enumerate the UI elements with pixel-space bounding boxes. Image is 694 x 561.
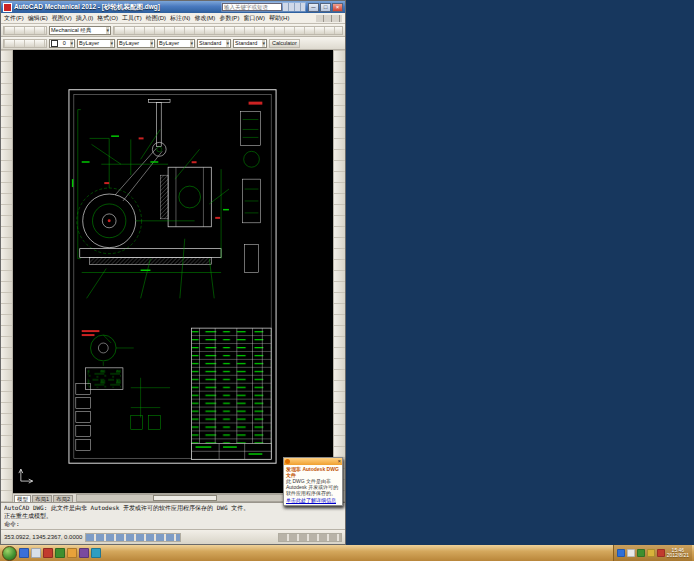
dim-style-select[interactable]: Standard▾ [233,39,267,48]
infocenter-icons[interactable] [283,3,305,11]
chevron-down-icon: ▾ [110,40,113,47]
command-line[interactable]: AutoCAD DWG: 此文件是由非 Autodesk 开发或许可的软件应用程… [1,502,345,529]
status-bar: 353.0922, 1345.2367, 0.0000 [1,529,345,544]
tab-layout2[interactable]: 布局2 [53,495,73,502]
standard-toolbar-icons[interactable] [3,26,47,35]
linetype-value: ByLayer [119,40,139,46]
tray-icon[interactable] [647,549,655,557]
infocenter [221,2,306,12]
search-input[interactable] [222,3,282,11]
status-right-icons[interactable] [278,533,342,542]
tray-icon[interactable] [627,549,635,557]
taskbar-icon[interactable] [31,548,41,558]
tray-icon[interactable] [637,549,645,557]
restore-button[interactable]: □ [320,3,331,12]
dim-style-value: Standard [235,40,257,46]
toolbar-row-2: 0▾ ByLayer▾ ByLayer▾ ByLayer▾ Standard▾ … [1,37,345,50]
workspace-select[interactable]: Mechanical 经典▾ [49,26,111,35]
layer-select[interactable]: 0▾ [49,39,75,48]
menu-format[interactable]: 格式(O) [97,14,118,23]
linetype-select[interactable]: ByLayer▾ [117,39,155,48]
taskbar-icon[interactable] [79,548,89,558]
layer-value: 0 [63,40,66,46]
dwg-notification-balloon[interactable]: × 发现非 Autodesk DWG 文件 此 DWG 文件是由非 Autode… [283,457,343,506]
taskbar-icon[interactable] [43,548,53,558]
standard-toolbar-icons-2[interactable] [113,26,343,35]
workspace-value: Mechanical 经典 [51,27,91,34]
chevron-down-icon: ▾ [262,40,265,47]
taskbar-icon[interactable] [67,548,77,558]
window-buttons: ─ □ × [308,3,343,12]
menu-insert[interactable]: 插入(I) [76,14,94,23]
layer-toolbar-icons[interactable] [3,39,47,48]
warning-icon [285,459,290,464]
status-toggle-icons[interactable] [85,533,181,542]
clock[interactable]: 15:46 2012/8/21 [667,548,689,559]
cad-drawing-assembly [13,50,333,493]
minimize-button[interactable]: ─ [308,3,319,12]
scrollbar-thumb[interactable] [153,495,216,501]
modify-toolbar-vertical[interactable] [333,50,345,502]
autocad-app-icon [3,3,12,12]
balloon-link[interactable]: 单击此处了解详细信息 [284,496,342,505]
chevron-down-icon: ▾ [190,40,193,47]
calculator-button[interactable]: Calculator [269,39,300,48]
balloon-close-icon[interactable]: × [337,459,341,464]
system-tray: 15:46 2012/8/21 [613,545,692,561]
menu-draw[interactable]: 绘图(D) [146,14,166,23]
title-bar[interactable]: AutoCAD Mechanical 2012 - [砂轮机装配图.dwg] ─… [1,1,345,13]
drawing-canvas[interactable]: 模型 布局1 布局2 [13,50,333,502]
text-style-select[interactable]: Standard▾ [197,39,231,48]
windows-taskbar: 15:46 2012/8/21 [0,545,694,561]
menu-dimension[interactable]: 标注(N) [170,14,190,23]
taskbar-icon[interactable] [55,548,65,558]
toolbar-row-1: Mechanical 经典▾ [1,24,345,37]
menu-help[interactable]: 帮助(H) [269,14,289,23]
main-area: 模型 布局1 布局2 [1,50,345,502]
lineweight-select[interactable]: ByLayer▾ [157,39,195,48]
menu-window[interactable]: 窗口(W) [243,14,265,23]
close-button[interactable]: × [332,3,343,12]
command-prompt-line[interactable]: 命令: [4,520,342,528]
lineweight-value: ByLayer [159,40,179,46]
color-value: ByLayer [79,40,99,46]
color-select[interactable]: ByLayer▾ [77,39,115,48]
balloon-title: 发现非 Autodesk DWG 文件 [284,465,342,478]
chevron-down-icon: ▾ [150,40,153,47]
ucs-icon [19,469,33,483]
command-history-line: 正在重生成模型。 [4,512,342,520]
start-button[interactable] [2,546,17,561]
menu-file[interactable]: 文件(F) [4,14,24,23]
menu-edit[interactable]: 编辑(E) [28,14,48,23]
chevron-down-icon: ▾ [106,27,109,34]
draw-toolbar-vertical[interactable] [1,50,13,502]
taskbar-icon[interactable] [19,548,29,558]
tray-icon[interactable] [617,549,625,557]
mdi-window-controls[interactable] [316,15,342,22]
tray-icon[interactable] [657,549,665,557]
taskbar-icon[interactable] [91,548,101,558]
balloon-header: × [284,458,342,465]
menu-parametric[interactable]: 参数(P) [219,14,239,23]
tab-model[interactable]: 模型 [14,495,31,502]
balloon-body: 此 DWG 文件是由非 Autodesk 开发或许可的软件应用程序保存的。 [284,478,342,496]
clock-date: 2012/8/21 [667,553,689,559]
menu-view[interactable]: 视图(V) [52,14,72,23]
coordinates-readout: 353.0922, 1345.2367, 0.0000 [4,534,82,540]
menu-bar: 文件(F) 编辑(E) 视图(V) 插入(I) 格式(O) 工具(T) 绘图(D… [1,13,345,24]
acad-window-right: AutoCAD Mechanical 2012 - [砂轮机装配图.dwg] ─… [0,0,346,545]
layer-color-swatch [51,40,58,47]
quick-launch [19,548,101,558]
menu-modify[interactable]: 修改(M) [194,14,215,23]
text-style-value: Standard [199,40,221,46]
menu-tools[interactable]: 工具(T) [122,14,142,23]
window-title: AutoCAD Mechanical 2012 - [砂轮机装配图.dwg] [14,3,219,12]
chevron-down-icon: ▾ [226,40,229,47]
tab-layout1[interactable]: 布局1 [32,495,52,502]
chevron-down-icon: ▾ [70,40,73,47]
